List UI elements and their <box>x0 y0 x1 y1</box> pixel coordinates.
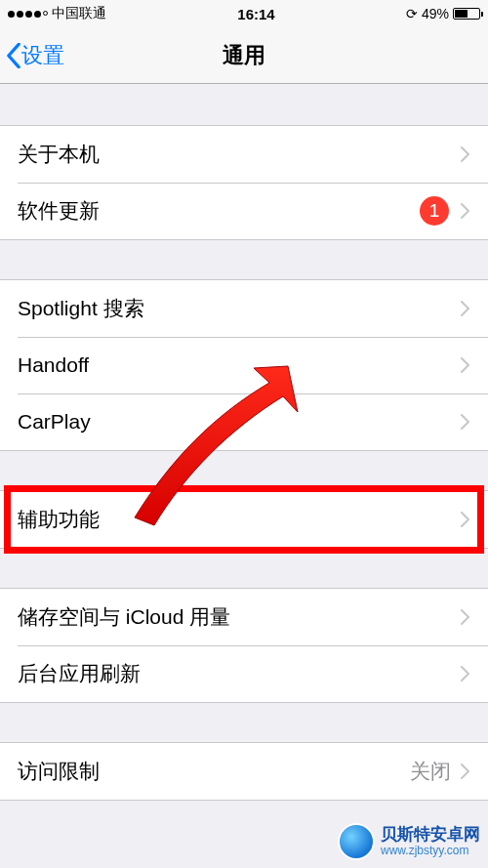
back-label: 设置 <box>21 41 64 70</box>
row-label: Spotlight 搜索 <box>18 295 461 322</box>
chevron-right-icon <box>461 301 470 316</box>
row-label: CarPlay <box>18 410 461 434</box>
watermark-url: www.zjbstyy.com <box>381 845 480 857</box>
chevron-right-icon <box>461 609 470 625</box>
row-value: 关闭 <box>410 758 451 785</box>
chevron-right-icon <box>461 764 470 779</box>
section-device: 关于本机 软件更新 1 <box>0 125 488 240</box>
carrier-label: 中国联通 <box>52 5 106 22</box>
row-label: 后台应用刷新 <box>18 660 461 687</box>
chevron-right-icon <box>461 203 470 219</box>
status-right: ⟳ 49% <box>406 6 480 21</box>
watermark-text: 贝斯特安卓网 www.zjbstyy.com <box>381 826 480 857</box>
watermark: 贝斯特安卓网 www.zjbstyy.com <box>338 823 480 860</box>
row-carplay[interactable]: CarPlay <box>0 393 488 450</box>
chevron-right-icon <box>461 666 470 682</box>
status-bar: 中国联通 16:14 ⟳ 49% <box>0 0 488 27</box>
signal-strength-icon <box>8 11 48 18</box>
row-handoff[interactable]: Handoff <box>0 337 488 393</box>
battery-percentage: 49% <box>422 6 449 21</box>
row-label: 软件更新 <box>18 197 420 225</box>
section-storage: 储存空间与 iCloud 用量 后台应用刷新 <box>0 588 488 703</box>
update-badge: 1 <box>420 196 449 226</box>
page-title: 通用 <box>223 41 265 70</box>
row-storage[interactable]: 储存空间与 iCloud 用量 <box>0 589 488 645</box>
chevron-right-icon <box>461 146 470 162</box>
chevron-right-icon <box>461 357 470 373</box>
section-accessibility: 辅助功能 <box>0 490 488 549</box>
chevron-left-icon <box>6 43 21 68</box>
orientation-lock-icon: ⟳ <box>406 6 418 21</box>
row-accessibility[interactable]: 辅助功能 <box>0 491 488 548</box>
chevron-right-icon <box>461 414 470 430</box>
row-restrictions[interactable]: 访问限制 关闭 <box>0 743 488 800</box>
row-spotlight[interactable]: Spotlight 搜索 <box>0 280 488 337</box>
section-restrictions: 访问限制 关闭 <box>0 742 488 801</box>
row-label: 关于本机 <box>18 141 461 168</box>
status-left: 中国联通 <box>8 5 106 22</box>
row-about[interactable]: 关于本机 <box>0 126 488 183</box>
navigation-bar: 设置 通用 <box>0 27 488 84</box>
row-background-refresh[interactable]: 后台应用刷新 <box>0 645 488 702</box>
watermark-logo-icon <box>338 823 375 860</box>
row-software-update[interactable]: 软件更新 1 <box>0 183 488 239</box>
section-features: Spotlight 搜索 Handoff CarPlay <box>0 279 488 451</box>
row-label: 储存空间与 iCloud 用量 <box>18 603 461 631</box>
back-button[interactable]: 设置 <box>6 41 64 70</box>
row-label: Handoff <box>18 353 461 377</box>
battery-icon <box>453 8 480 20</box>
row-label: 辅助功能 <box>18 506 461 533</box>
row-label: 访问限制 <box>18 758 410 785</box>
chevron-right-icon <box>461 512 470 527</box>
watermark-name: 贝斯特安卓网 <box>381 826 480 845</box>
status-time: 16:14 <box>237 6 274 22</box>
